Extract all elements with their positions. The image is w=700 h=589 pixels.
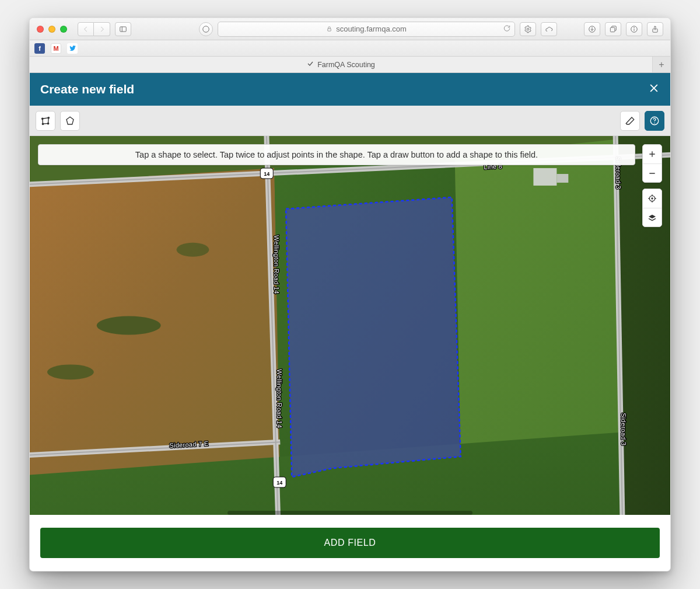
browser-window: scouting.farmqa.com f M FarmQA Scouting … [29, 18, 671, 571]
svg-point-28 [97, 316, 161, 335]
svg-point-15 [42, 118, 43, 119]
svg-point-2 [203, 26, 209, 32]
svg-text:14: 14 [264, 171, 270, 177]
downloads-button[interactable] [584, 22, 600, 36]
window-traffic-lights [37, 26, 67, 33]
browser-titlebar: scouting.farmqa.com [30, 18, 670, 40]
svg-point-47 [652, 198, 653, 199]
close-button[interactable] [648, 82, 660, 96]
route-shield-top: 14 [260, 168, 273, 179]
favorite-gmail[interactable]: M [51, 43, 61, 54]
info-button[interactable] [626, 22, 642, 36]
tab-bar: FarmQA Scouting + [30, 57, 670, 73]
page-title: Create new field [40, 82, 134, 96]
help-button[interactable] [645, 111, 664, 131]
svg-point-21 [654, 123, 655, 124]
route-shield-mid: 14 [273, 477, 286, 487]
layers-icon [648, 213, 657, 222]
app-header: Create new field [30, 73, 670, 106]
locate-me-button[interactable] [643, 189, 662, 208]
svg-rect-0 [120, 26, 127, 31]
favorite-facebook[interactable]: f [34, 43, 45, 54]
drawing-toolbar [30, 106, 670, 136]
share-button[interactable] [647, 22, 663, 36]
draw-pivot-tool[interactable] [60, 111, 80, 131]
map-controls [642, 144, 662, 227]
window-zoom-dot[interactable] [60, 26, 67, 33]
svg-text:Wellington Road 14: Wellington Road 14 [273, 235, 280, 294]
pivot-icon [65, 116, 75, 126]
tabs-overview-button[interactable] [605, 22, 621, 36]
svg-point-30 [177, 243, 209, 257]
nav-back-button[interactable] [78, 22, 94, 36]
sidebar-toggle-button[interactable] [115, 22, 131, 36]
draw-polygon-tool[interactable] [36, 111, 55, 131]
svg-point-18 [42, 123, 43, 124]
svg-text:Sideroad 3: Sideroad 3 [620, 413, 627, 445]
help-icon [649, 116, 660, 126]
nav-forward-button[interactable] [94, 22, 110, 36]
map-layers-button[interactable] [643, 208, 662, 226]
minus-icon [648, 169, 657, 178]
window-minimize-dot[interactable] [48, 26, 55, 33]
extension-button[interactable] [199, 22, 213, 36]
favorite-twitter[interactable] [67, 43, 78, 54]
svg-point-29 [47, 364, 94, 379]
svg-rect-31 [533, 168, 556, 186]
eraser-tool[interactable] [620, 111, 640, 131]
tab-favicon-check-icon [307, 60, 314, 69]
svg-marker-19 [66, 117, 74, 124]
svg-point-16 [48, 117, 49, 118]
reload-icon[interactable] [503, 24, 511, 34]
svg-rect-32 [556, 174, 568, 183]
footer: ADD FIELD [30, 515, 670, 571]
window-close-dot[interactable] [37, 26, 44, 33]
nav-back-forward [78, 22, 110, 36]
zoom-in-button[interactable] [643, 145, 662, 163]
polygon-icon [40, 116, 51, 126]
svg-rect-3 [328, 29, 331, 31]
tab-farmqa[interactable]: FarmQA Scouting [30, 57, 653, 72]
settings-gear-button[interactable] [520, 22, 536, 36]
map-hint-banner: Tap a shape to select. Tap twice to adju… [38, 144, 635, 165]
map-area[interactable]: 14 14 Line 8 Sideroad 7 E Wellington Roa… [30, 136, 670, 515]
satellite-map: 14 14 Line 8 Sideroad 7 E Wellington Roa… [30, 136, 670, 515]
svg-point-4 [527, 28, 529, 30]
eraser-icon [625, 116, 635, 126]
svg-text:14: 14 [276, 480, 282, 486]
lock-icon [326, 26, 332, 32]
field-shape [286, 197, 460, 477]
locate-icon [648, 194, 657, 203]
add-field-button[interactable]: ADD FIELD [40, 528, 660, 558]
svg-point-17 [47, 123, 48, 124]
svg-rect-7 [610, 27, 615, 32]
plus-icon [648, 149, 657, 159]
new-tab-button[interactable]: + [653, 57, 670, 72]
close-icon [648, 82, 660, 94]
tab-title: FarmQA Scouting [317, 61, 375, 69]
address-text: scouting.farmqa.com [336, 25, 407, 33]
address-bar[interactable]: scouting.farmqa.com [218, 22, 515, 37]
horizontal-scrollbar[interactable] [228, 511, 473, 515]
icloud-button[interactable] [541, 22, 557, 36]
svg-text:Wellington Road 14: Wellington Road 14 [276, 369, 283, 428]
zoom-out-button[interactable] [643, 163, 662, 182]
svg-point-10 [634, 27, 635, 27]
favorites-bar: f M [30, 40, 670, 57]
